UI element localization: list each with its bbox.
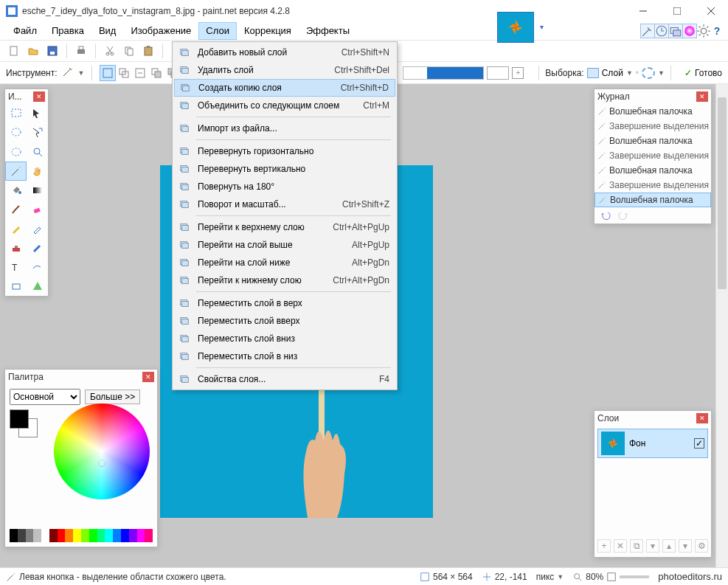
history-window[interactable]: Журнал ✕ Волшебная палочкаЗавершение выд… — [594, 89, 712, 224]
menu-item-flip-v[interactable]: Перевернуть вертикально — [174, 160, 395, 178]
ellipse-select-tool[interactable] — [5, 142, 27, 162]
menu-edit[interactable]: Правка — [44, 22, 91, 40]
mode-replace-icon[interactable] — [100, 65, 116, 81]
more-button[interactable]: Больше >> — [85, 390, 140, 404]
lasso-tool[interactable] — [5, 123, 27, 142]
pencil-tool[interactable] — [5, 219, 27, 238]
close-icon[interactable]: ✕ — [696, 413, 708, 423]
delete-layer-icon[interactable]: ✕ — [614, 539, 627, 553]
mode-intersect-icon[interactable] — [148, 65, 164, 81]
history-row[interactable]: Волшебная палочка — [594, 104, 711, 119]
selection-shape-icon[interactable] — [642, 67, 655, 79]
history-row[interactable]: Волшебная палочка — [594, 193, 711, 207]
color-wheel[interactable] — [54, 404, 150, 499]
eyedropper-tool[interactable] — [27, 219, 48, 238]
status-units[interactable]: пикс — [536, 572, 555, 582]
zoom-tool[interactable] — [27, 142, 48, 162]
move-up-icon[interactable]: ▴ — [662, 539, 676, 553]
menu-item-down[interactable]: Перейти на слой нижеAlt+PgDn — [174, 254, 395, 271]
eraser-tool[interactable] — [27, 200, 48, 219]
new-file-icon[interactable] — [6, 43, 22, 59]
properties-icon[interactable]: ⚙ — [695, 539, 708, 553]
dropdown-arrow-icon[interactable]: ▼ — [78, 69, 85, 77]
close-button[interactable] — [694, 0, 728, 22]
pan-tool[interactable] — [27, 162, 48, 181]
duplicate-layer-icon[interactable]: ⧉ — [630, 539, 643, 553]
layers-window[interactable]: Слои ✕ Фон ✓ + ✕ ⧉ ▾ ▴ ▾ ⚙ — [594, 410, 712, 558]
line-tool[interactable] — [5, 277, 27, 296]
util-layers-icon[interactable] — [668, 24, 683, 38]
redo-icon[interactable] — [617, 210, 630, 221]
dropdown-arrow-icon[interactable]: ▼ — [658, 69, 665, 77]
open-file-icon[interactable] — [25, 43, 41, 59]
selection-scope-value[interactable]: Слой — [602, 68, 623, 78]
bucket-tool[interactable] — [5, 181, 27, 200]
move-selection-tool[interactable] — [27, 104, 48, 123]
menu-item-rotate-zoom[interactable]: Поворот и масштаб...Ctrl+Shift+Z — [174, 195, 395, 213]
move-tool[interactable] — [27, 123, 48, 142]
history-row[interactable]: Завершение выделения палочкой — [594, 119, 711, 134]
history-row[interactable]: Волшебная палочка — [594, 134, 711, 148]
copy-icon[interactable] — [121, 43, 137, 59]
save-icon[interactable] — [44, 43, 60, 59]
mode-subtract-icon[interactable] — [132, 65, 148, 81]
menu-item-move-down[interactable]: Переместить слой вниз — [174, 330, 395, 347]
ready-status[interactable]: ✓ Готово — [684, 68, 722, 78]
palette-window-title[interactable]: Палитра ✕ — [5, 370, 157, 384]
history-row[interactable]: Завершение выделения палочкой — [594, 148, 711, 163]
merge-layer-icon[interactable]: ▾ — [646, 539, 659, 553]
util-colors-icon[interactable] — [682, 24, 697, 38]
clone-tool[interactable] — [5, 238, 27, 257]
undo-icon[interactable] — [599, 210, 612, 221]
move-down-icon[interactable]: ▾ — [679, 539, 692, 553]
history-row[interactable]: Завершение выделения палочкой — [594, 178, 711, 193]
recolor-tool[interactable] — [27, 238, 48, 257]
shape-tool[interactable] — [27, 277, 48, 296]
vertical-scrollbar[interactable] — [715, 84, 728, 567]
util-tools-icon[interactable] — [640, 24, 655, 38]
text-tool[interactable]: T — [5, 257, 27, 277]
menu-item-merge-down[interactable]: Объединить со следующим слоемCtrl+M — [174, 97, 395, 114]
menu-item-rotate-180[interactable]: Повернуть на 180° — [174, 178, 395, 195]
menu-item-to-top[interactable]: Перейти к верхнему слоюCtrl+Alt+PgUp — [174, 218, 395, 236]
menu-effects[interactable]: Эффекты — [299, 22, 357, 40]
shapes-tool[interactable] — [27, 257, 48, 277]
magic-wand-tool[interactable] — [5, 162, 27, 181]
close-icon[interactable]: ✕ — [696, 91, 708, 102]
menu-item-to-bottom[interactable]: Перейти к нижнему слоюCtrl+Alt+PgDn — [174, 271, 395, 289]
menu-item-flip-h[interactable]: Перевернуть горизонтально — [174, 142, 395, 160]
tools-window[interactable]: И... ✕ T — [4, 89, 49, 297]
close-icon[interactable]: ✕ — [33, 91, 45, 102]
layer-visible-checkbox[interactable]: ✓ — [694, 438, 704, 449]
menu-item-move-bottom[interactable]: Переместить слой в низ — [174, 347, 395, 365]
menu-view[interactable]: Вид — [91, 22, 124, 40]
menu-item-properties[interactable]: Свойства слоя...F4 — [174, 370, 395, 388]
menu-item-up[interactable]: Перейти на слой вышеAlt+PgUp — [174, 236, 395, 254]
layers-window-title[interactable]: Слои ✕ — [594, 411, 711, 426]
zoom-slider[interactable] — [620, 575, 649, 578]
util-history-icon[interactable] — [654, 24, 669, 38]
tools-window-title[interactable]: И... ✕ — [5, 89, 48, 104]
zoom-icon[interactable] — [572, 572, 583, 582]
history-window-title[interactable]: Журнал ✕ — [594, 89, 711, 104]
palette-window[interactable]: Палитра ✕ Основной Больше >> — [4, 369, 158, 547]
color-strip[interactable] — [10, 529, 153, 542]
menu-adjust[interactable]: Коррекция — [237, 22, 299, 40]
menu-image[interactable]: Изображение — [123, 22, 198, 40]
close-icon[interactable]: ✕ — [142, 372, 154, 382]
menu-item-move-up[interactable]: Переместить слой вверх — [174, 312, 395, 330]
menu-layers[interactable]: Слои — [198, 22, 237, 40]
document-thumb[interactable] — [497, 12, 534, 43]
rect-select-tool[interactable] — [5, 104, 27, 123]
menu-item-delete-layer[interactable]: Удалить слойCtrl+Shift+Del — [174, 61, 395, 79]
add-layer-icon[interactable]: + — [597, 539, 611, 553]
paste-icon[interactable] — [140, 43, 156, 59]
mode-add-icon[interactable] — [116, 65, 132, 81]
history-row[interactable]: Волшебная палочка — [594, 163, 711, 178]
minimize-button[interactable] — [626, 0, 660, 22]
tolerance-plus-icon[interactable]: + — [512, 67, 524, 79]
menu-file[interactable]: Файл — [6, 22, 44, 40]
maximize-button[interactable] — [660, 0, 694, 22]
help-icon[interactable]: ? — [710, 24, 724, 38]
menu-item-move-top[interactable]: Переместить слой в верх — [174, 294, 395, 312]
